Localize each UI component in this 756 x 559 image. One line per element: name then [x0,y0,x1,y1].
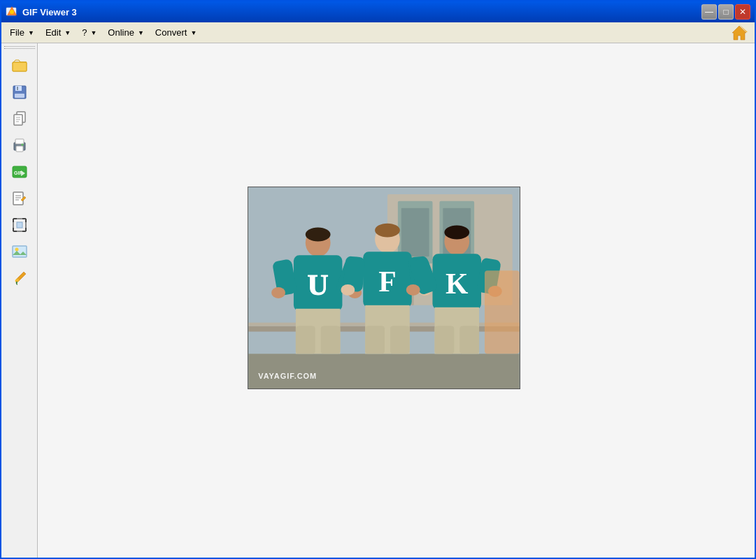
svg-point-66 [375,224,400,238]
main-window: GIF Viewer 3 — □ ✕ File ▼ Edit ▼ ? ▼ [0,0,756,559]
svg-point-77 [444,226,469,240]
scene-svg: U [248,187,520,389]
svg-point-2 [10,10,14,14]
svg-rect-64 [321,326,341,354]
svg-rect-63 [296,326,315,354]
svg-rect-37 [13,246,27,257]
main-layout: GIF [1,43,755,558]
help-menu-arrow: ▼ [90,29,97,36]
svg-rect-75 [390,326,410,354]
svg-rect-87 [485,270,520,354]
menu-convert[interactable]: Convert ▼ [150,25,202,40]
menu-file[interactable]: File ▼ [4,25,40,40]
svg-point-55 [306,228,331,242]
edit-tool-button[interactable] [7,186,32,211]
svg-rect-23 [13,192,23,205]
svg-text:F: F [378,266,396,298]
gif-export-button[interactable]: GIF [7,159,32,184]
maximize-button[interactable]: □ [718,4,734,20]
file-menu-arrow: ▼ [28,29,34,36]
home-button[interactable] [727,23,752,43]
svg-text:U: U [308,269,329,301]
convert-menu-arrow: ▼ [190,29,197,36]
svg-rect-9 [15,94,24,98]
svg-rect-85 [434,326,454,354]
gif-scene: U [248,187,520,389]
svg-rect-74 [365,326,385,354]
edit-menu-arrow: ▼ [64,29,71,36]
svg-rect-36 [17,222,22,228]
menubar: File ▼ Edit ▼ ? ▼ Online ▼ Convert ▼ [1,22,755,43]
app-icon [6,6,18,18]
toolbar-divider [4,46,35,49]
svg-point-82 [406,284,420,296]
titlebar: GIF Viewer 3 — □ ✕ [1,1,755,22]
close-button[interactable]: ✕ [735,4,750,20]
open-button[interactable] [7,53,32,78]
svg-rect-17 [15,139,24,144]
gif-display: U [248,187,520,389]
online-menu-arrow: ▼ [138,29,144,36]
svg-point-60 [271,287,285,298]
svg-text:K: K [445,268,469,300]
svg-rect-18 [16,146,23,152]
window-title: GIF Viewer 3 [22,7,77,17]
svg-rect-6 [13,62,27,71]
copy-button[interactable] [7,106,32,131]
fit-window-button[interactable] [7,212,32,238]
print-button[interactable] [7,133,32,158]
menu-online[interactable]: Online ▼ [102,25,150,40]
svg-point-38 [15,248,18,252]
window-controls: — □ ✕ [701,4,750,20]
image-button[interactable] [7,239,32,264]
save-button[interactable] [7,80,32,105]
menu-help[interactable]: ? ▼ [76,25,102,40]
content-area: U [38,43,755,558]
minimize-button[interactable]: — [701,4,717,20]
svg-rect-86 [459,326,479,354]
svg-rect-44 [401,208,429,257]
menu-edit[interactable]: Edit ▼ [40,25,76,40]
svg-point-71 [341,284,355,296]
svg-rect-8 [15,86,22,91]
svg-marker-3 [732,26,746,40]
svg-point-19 [21,144,23,146]
toolbar: GIF [1,43,38,558]
svg-rect-10 [17,87,18,90]
svg-text:VAYAGIF.COM: VAYAGIF.COM [258,372,317,380]
brush-button[interactable] [7,266,32,291]
